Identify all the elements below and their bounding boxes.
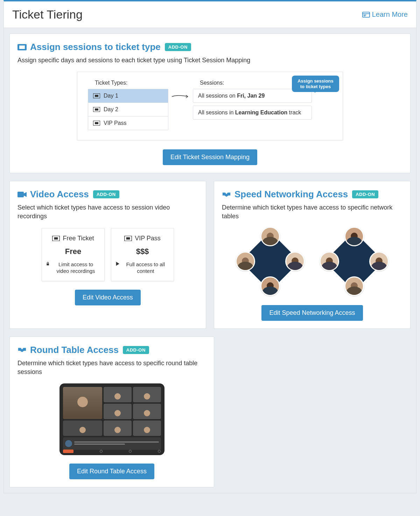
ticket-icon — [93, 93, 100, 98]
speed-card-title: Speed Networking Access — [222, 189, 348, 200]
session-bold: Fri, Jan 29 — [237, 93, 265, 99]
svg-rect-14 — [54, 237, 58, 239]
ticket-types-list: Day 1 Day 2 VIP Pass — [88, 89, 168, 130]
learn-more-label: Learn More — [372, 10, 408, 19]
svg-rect-17 — [126, 237, 130, 239]
round-table-illustration — [18, 383, 206, 455]
ticket-name: Free Ticket — [63, 235, 94, 242]
ticket-card-vip: VIP Pass $$$ Full access to all content — [111, 228, 174, 281]
card-title-row: Speed Networking Access ADD-ON — [222, 189, 402, 200]
control-bar — [63, 450, 161, 453]
session-bold: Learning Education — [235, 109, 287, 115]
video-tile — [63, 387, 102, 419]
round-card-title-text: Round Table Access — [30, 345, 119, 355]
svg-rect-7 — [95, 95, 98, 97]
card-title-row: Round Table Access ADD-ON — [18, 345, 206, 355]
mapping-illustration: Ticket Types: Day 1 Day 2 VIP Pass — [77, 72, 343, 140]
speed-networking-card: Speed Networking Access ADD-ON Determine… — [214, 181, 411, 328]
learn-more-link[interactable]: Learn More — [362, 10, 408, 19]
ticket-note-text: Full access to all content — [122, 261, 169, 275]
video-icon — [18, 191, 27, 198]
chat-avatar — [65, 440, 72, 447]
tablet-mockup — [59, 383, 164, 455]
speed-card-desc: Determine which ticket types have access… — [222, 203, 402, 221]
ticket-note: Full access to all content — [115, 261, 169, 275]
avatar — [320, 252, 339, 271]
ticket-icon — [52, 236, 60, 241]
video-tile — [63, 420, 102, 436]
chat-text — [74, 441, 159, 446]
control-icon — [129, 450, 132, 453]
avatar — [236, 252, 255, 271]
addon-badge: ADD-ON — [123, 346, 149, 354]
ticket-price: Free — [46, 247, 100, 256]
ticket-price: $$$ — [115, 247, 169, 256]
page-header: Ticket Tiering Learn More — [4, 1, 416, 28]
svg-rect-5 — [19, 45, 25, 49]
lock-icon — [46, 261, 49, 267]
edit-round-table-button[interactable]: Edit Round Table Access — [69, 464, 154, 479]
ticket-card-free: Free Ticket Free Limit access to video r… — [42, 228, 105, 281]
video-card-title-text: Video Access — [30, 189, 89, 200]
video-tile — [104, 404, 132, 419]
play-icon — [115, 261, 120, 267]
ticket-note: Limit access to video recordings — [46, 261, 100, 275]
round-card-title: Round Table Access — [18, 345, 119, 355]
addon-badge: ADD-ON — [352, 190, 378, 198]
round-card-desc: Determine which ticket types have access… — [18, 359, 206, 376]
video-card-title: Video Access — [18, 189, 89, 200]
video-tile — [133, 404, 161, 419]
avatar — [285, 252, 305, 271]
speech-bubble: Assign sessions to ticket types — [292, 76, 339, 92]
video-card-desc: Select which ticket types have access to… — [18, 203, 198, 221]
ticket-icon — [124, 236, 132, 241]
ticket-type-label: VIP Pass — [104, 120, 127, 126]
leave-button — [63, 450, 74, 453]
avatar — [260, 227, 280, 246]
avatar — [344, 227, 364, 246]
two-column-row: Video Access ADD-ON Select which ticket … — [9, 181, 411, 328]
body-area: Assign sessions to ticket type ADD-ON As… — [4, 28, 416, 493]
edit-video-access-button[interactable]: Edit Video Access — [75, 290, 141, 305]
page-title: Ticket Tiering — [12, 8, 83, 21]
video-tile — [104, 387, 132, 402]
sessions-card-desc: Assign specific days and sessions to eac… — [18, 56, 402, 65]
video-access-card: Video Access ADD-ON Select which ticket … — [9, 181, 206, 328]
main-panel: Ticket Tiering Learn More Assign session… — [4, 0, 416, 493]
ticket-note-text: Limit access to video recordings — [51, 261, 100, 275]
session-text: All sessions in — [198, 109, 235, 115]
ticket-name-row: VIP Pass — [115, 235, 169, 242]
ticket-icon — [18, 43, 27, 51]
session-text: track — [287, 109, 301, 115]
video-grid — [63, 387, 161, 436]
video-tile — [133, 420, 161, 436]
arrow-icon — [171, 94, 191, 99]
session-item: All sessions in Learning Education track — [193, 106, 312, 120]
avatar — [369, 252, 389, 271]
svg-rect-15 — [47, 263, 49, 265]
ticket-type-item: Day 2 — [88, 103, 168, 116]
addon-badge: ADD-ON — [93, 190, 119, 198]
network-cluster — [321, 228, 387, 295]
svg-rect-12 — [18, 192, 24, 197]
empty-column — [222, 337, 411, 487]
handshake-icon — [222, 191, 231, 198]
ticket-icon — [93, 121, 100, 126]
chat-row — [63, 437, 161, 450]
svg-rect-11 — [95, 122, 98, 124]
edit-session-mapping-button[interactable]: Edit Ticket Session Mapping — [163, 149, 257, 165]
round-table-card: Round Table Access ADD-ON Determine whic… — [9, 337, 214, 487]
network-cluster — [237, 228, 303, 295]
sessions-card: Assign sessions to ticket type ADD-ON As… — [9, 34, 411, 173]
control-icon — [100, 450, 103, 453]
svg-rect-9 — [95, 108, 98, 111]
sessions-card-title: Assign sessions to ticket type — [18, 42, 161, 52]
speed-card-title-text: Speed Networking Access — [234, 189, 348, 200]
avatar — [260, 276, 280, 296]
ticket-type-item: Day 1 — [88, 89, 168, 103]
ticket-icon — [93, 107, 100, 112]
ticket-type-label: Day 2 — [104, 106, 118, 113]
edit-speed-networking-button[interactable]: Edit Speed Networking Access — [261, 305, 363, 321]
session-text: All sessions on — [198, 93, 237, 99]
video-tile — [133, 387, 161, 402]
